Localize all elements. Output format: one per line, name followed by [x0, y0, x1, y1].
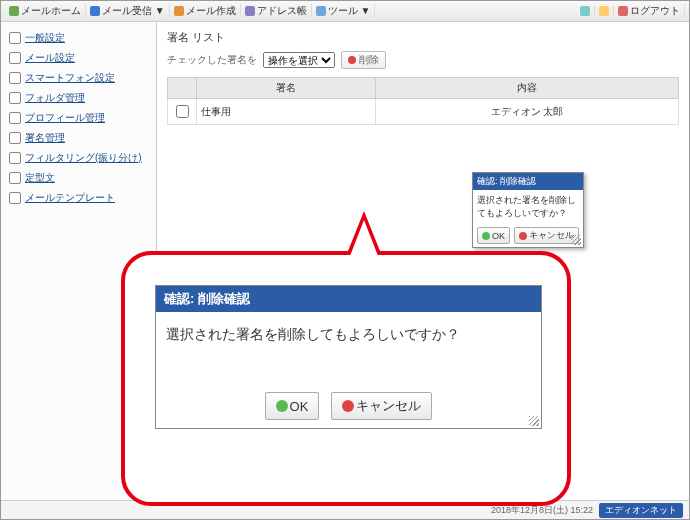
dialog-message: 選択された署名を削除してもよろしいですか？	[473, 190, 583, 224]
cancel-icon	[342, 400, 354, 412]
toolbar-item-mail-home[interactable]: メールホーム	[5, 4, 86, 18]
dialog-ok-button-large[interactable]: OK	[265, 392, 320, 420]
sidebar-item-signature[interactable]: 署名管理	[1, 128, 156, 148]
home-icon	[9, 6, 19, 16]
dialog-ok-button[interactable]: OK	[477, 227, 510, 244]
sidebar-item-filtering[interactable]: フィルタリング(振り分け)	[1, 148, 156, 168]
confirm-dialog-small: 確認: 削除確認 選択された署名を削除してもよろしいですか？ OK キャンセル	[472, 172, 584, 248]
compose-icon	[174, 6, 184, 16]
annotation-callout: 確認: 削除確認 選択された署名を削除してもよろしいですか？ OK キャンセル	[121, 251, 571, 506]
logout-icon	[618, 6, 628, 16]
sidebar-item-smartphone[interactable]: スマートフォン設定	[1, 68, 156, 88]
dialog-title-large: 確認: 削除確認	[156, 286, 541, 312]
folder-icon	[9, 92, 21, 104]
row-content: エディオン 太郎	[375, 99, 678, 125]
profile-icon	[9, 112, 21, 124]
col-content: 内容	[375, 78, 678, 99]
col-checkbox	[168, 78, 197, 99]
toolbar-item-tools[interactable]: ツール ▼	[312, 4, 376, 18]
signature-table: 署名 内容 仕事用 エディオン 太郎	[167, 77, 679, 125]
row-checkbox[interactable]	[176, 105, 189, 118]
template-icon	[9, 192, 21, 204]
delete-button[interactable]: 削除	[341, 51, 386, 69]
sidebar-item-template-text[interactable]: 定型文	[1, 168, 156, 188]
mail-icon	[9, 52, 21, 64]
row-name: 仕事用	[197, 99, 376, 125]
resize-grip[interactable]	[571, 235, 581, 245]
logout-button[interactable]: ログアウト	[614, 4, 685, 18]
page-title: 署名 リスト	[167, 30, 679, 45]
bulk-action-select[interactable]: 操作を選択	[263, 52, 335, 68]
dialog-cancel-button-large[interactable]: キャンセル	[331, 392, 432, 420]
filter-icon	[9, 152, 21, 164]
sidebar-item-mail-template[interactable]: メールテンプレート	[1, 188, 156, 208]
callout-pointer-inner	[350, 220, 378, 256]
dialog-title: 確認: 削除確認	[473, 173, 583, 190]
sidebar-item-general[interactable]: 一般設定	[1, 28, 156, 48]
filter-label: チェックした署名を	[167, 53, 257, 67]
dialog-message-large: 選択された署名を削除してもよろしいですか？	[156, 312, 541, 384]
ok-icon	[276, 400, 288, 412]
signature-icon	[9, 132, 21, 144]
gear-icon	[9, 32, 21, 44]
ok-icon	[482, 232, 490, 240]
toolbar-item-mail-compose[interactable]: メール作成	[170, 4, 241, 18]
help-icon	[580, 6, 590, 16]
cancel-icon	[519, 232, 527, 240]
addressbook-icon	[245, 6, 255, 16]
sidebar-item-folder[interactable]: フォルダ管理	[1, 88, 156, 108]
dialog-cancel-button[interactable]: キャンセル	[514, 227, 579, 244]
confirm-dialog-large: 確認: 削除確認 選択された署名を削除してもよろしいですか？ OK キャンセル	[155, 285, 542, 429]
tools-icon	[316, 6, 326, 16]
sidebar-item-mail[interactable]: メール設定	[1, 48, 156, 68]
text-icon	[9, 172, 21, 184]
delete-icon	[348, 56, 356, 64]
top-toolbar: メールホーム メール受信 ▼ メール作成 アドレス帳 ツール ▼ ログアウト	[1, 1, 689, 22]
info-icon	[599, 6, 609, 16]
phone-icon	[9, 72, 21, 84]
brand-badge: エディオンネット	[599, 503, 683, 518]
col-name: 署名	[197, 78, 376, 99]
toolbar-item-address-book[interactable]: アドレス帳	[241, 4, 312, 18]
inbox-icon	[90, 6, 100, 16]
info-button[interactable]	[595, 6, 614, 16]
sidebar-item-profile[interactable]: プロフィール管理	[1, 108, 156, 128]
resize-grip[interactable]	[529, 416, 539, 426]
toolbar-item-mail-receive[interactable]: メール受信 ▼	[86, 4, 170, 18]
table-row[interactable]: 仕事用 エディオン 太郎	[168, 99, 679, 125]
help-button[interactable]	[576, 6, 595, 16]
